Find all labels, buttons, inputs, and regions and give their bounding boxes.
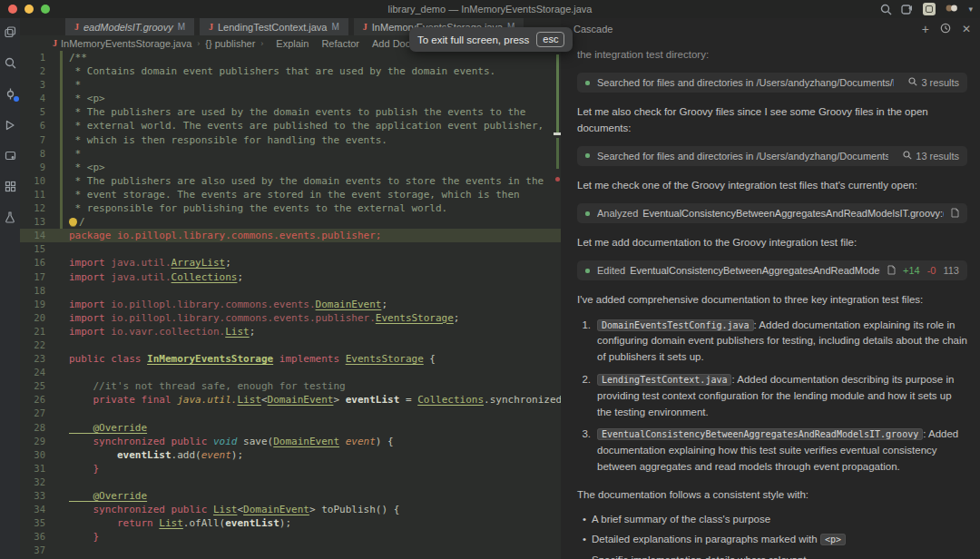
code-line[interactable]: 37 (20, 544, 561, 557)
editor-tab[interactable]: JeadModelsIT.groovyM (65, 18, 194, 35)
line-number: 19 (20, 298, 54, 311)
close-panel-icon[interactable]: ✕ (962, 24, 971, 34)
editor-scrollbar[interactable] (556, 51, 560, 559)
history-icon[interactable] (940, 21, 951, 37)
intention-bulb-icon[interactable] (69, 218, 77, 226)
code-line[interactable]: 33 @Override (20, 489, 561, 503)
code-line[interactable]: 8 * (20, 147, 561, 161)
code-line[interactable]: 21import io.vavr.collection.List; (20, 325, 561, 338)
search-icon[interactable] (4, 56, 17, 70)
code-line[interactable]: 22 (20, 338, 561, 352)
code-line[interactable]: 15 (20, 242, 561, 256)
code-line[interactable]: 23public class InMemoryEventsStorage imp… (20, 352, 561, 366)
code-line[interactable]: 19import io.pillopl.library.commons.even… (20, 298, 561, 311)
panel-text: the integration test directory: (577, 47, 967, 63)
breadcrumb-item[interactable]: {} publisher (205, 38, 255, 49)
code-action-refactor[interactable]: Refactor (321, 38, 359, 49)
change-marker (60, 64, 63, 78)
search-icon[interactable] (880, 4, 892, 15)
line-number: 25 (20, 379, 54, 393)
line-number: 28 (20, 421, 54, 435)
list-item: 1.DomainEventsTestConfig.java: Added doc… (577, 318, 967, 366)
breadcrumb-item[interactable]: JInMemoryEventsStorage.java (53, 38, 191, 49)
editor-tab[interactable]: JLendingTestContext.javaM (200, 18, 348, 35)
code-line[interactable]: 9 * <p> (20, 161, 561, 174)
list-item-text: DomainEventsTestConfig.java: Added docum… (597, 318, 967, 366)
chevron-down-icon[interactable]: ▾ (968, 5, 973, 14)
code-text: } (54, 462, 99, 476)
new-chat-icon[interactable]: + (922, 23, 929, 35)
tool-call-card[interactable]: Searched for files and directories in /U… (577, 73, 967, 93)
line-number: 11 (20, 188, 54, 201)
code-line[interactable]: 12 * responsible for publishing the even… (20, 201, 561, 215)
tool-call-card[interactable]: Searched for files and directories in /U… (577, 146, 967, 166)
line-number: 2 (20, 64, 54, 78)
structure-icon[interactable] (4, 180, 17, 193)
code-line[interactable]: 6 * external world. The events are publi… (20, 119, 561, 132)
tab-label: LendingTestContext.java (218, 22, 327, 33)
list-bullet: • (577, 553, 592, 559)
line-number: 14 (20, 229, 54, 242)
run-icon[interactable] (4, 118, 17, 132)
code-line[interactable]: 25 //it's not thread safe, enough for te… (20, 379, 561, 393)
code-line[interactable]: 27 (20, 407, 561, 420)
assistant-icon[interactable] (923, 3, 936, 15)
code-line[interactable]: 4 * <p> (20, 92, 561, 105)
tool-call-card[interactable]: Analyzed EventualConsistencyBetweenAggre… (577, 203, 967, 223)
navigate-icon[interactable] (901, 4, 914, 15)
tests-flask-icon[interactable] (4, 211, 17, 224)
java-class-icon: J (363, 22, 368, 32)
document-icon[interactable] (887, 265, 896, 277)
code-text: public class InMemoryEventsStorage imple… (54, 352, 436, 366)
tool-label: Analyzed EventualConsistencyBetweenAggre… (597, 208, 944, 219)
code-line[interactable]: 1/** (20, 51, 561, 64)
code-text: synchronized public void save(DomainEven… (54, 435, 394, 448)
tool-call-card[interactable]: Edited EventualConsistencyBetweenAggrega… (577, 260, 967, 280)
file-link[interactable]: EventualConsistencyBetweenAggregatesAndR… (642, 208, 944, 219)
file-link[interactable]: EventualConsistencyBetweenAggregatesAndR… (630, 265, 880, 276)
code-action-explain[interactable]: Explain (276, 38, 309, 49)
project-icon[interactable] (4, 25, 17, 39)
bookmarks-icon[interactable] (4, 149, 17, 162)
code-text (54, 338, 69, 352)
code-line[interactable]: 2 * Contains domain event publishers tha… (20, 64, 561, 78)
code-line[interactable]: 3 * (20, 78, 561, 92)
breadcrumb-separator: › (197, 39, 200, 48)
list-item-text: Specific implementation details where re… (592, 553, 967, 559)
code-line[interactable]: 24 (20, 366, 561, 379)
code-line[interactable]: 32 (20, 476, 561, 489)
code-line[interactable]: 10 * The publishers are also used by the… (20, 174, 561, 188)
code-line[interactable]: 28 @Override (20, 421, 561, 435)
code-text (54, 476, 69, 489)
document-icon[interactable] (951, 208, 959, 220)
commit-icon[interactable] (4, 87, 17, 101)
code-line[interactable]: 29 synchronized public void save(DomainE… (20, 435, 561, 448)
code-line[interactable]: 36 } (20, 530, 561, 544)
account-icon[interactable] (945, 4, 959, 15)
code-line[interactable]: 18 (20, 284, 561, 298)
change-marker (60, 105, 63, 119)
code-line[interactable]: 16import java.util.ArrayList; (20, 256, 561, 270)
code-line[interactable]: 14package io.pillopl.library.commons.eve… (20, 229, 561, 242)
change-marker (60, 201, 63, 215)
code-line[interactable]: 30 eventList.add(event); (20, 448, 561, 462)
line-number: 32 (20, 476, 54, 489)
code-line[interactable]: 35 return List.ofAll(eventList); (20, 516, 561, 530)
line-number: 20 (20, 311, 54, 325)
code-line[interactable]: 17import java.util.Collections; (20, 270, 561, 284)
code-line[interactable]: 7 * which is then responsible for handli… (20, 133, 561, 147)
line-number: 16 (20, 256, 54, 270)
tool-status-dot (585, 269, 590, 273)
code-line[interactable]: 11 * event storage. The events are store… (20, 188, 561, 201)
line-number: 17 (20, 270, 54, 284)
code-line[interactable]: 34 synchronized public List<DomainEvent>… (20, 503, 561, 516)
title-bar: library_demo — InMemoryEventsStorage.jav… (0, 0, 980, 18)
code-line[interactable]: 20import io.pillopl.library.commons.even… (20, 311, 561, 325)
line-number: 27 (20, 407, 54, 420)
code-line[interactable]: 13/ (20, 215, 561, 229)
code-editor[interactable]: 1/**2 * Contains domain event publishers… (20, 51, 561, 559)
code-line[interactable]: 26 private final java.util.List<DomainEv… (20, 393, 561, 407)
code-line[interactable]: 31 } (20, 462, 561, 476)
code-line[interactable]: 5 * The publishers are used by the domai… (20, 105, 561, 119)
code-text (54, 366, 69, 379)
